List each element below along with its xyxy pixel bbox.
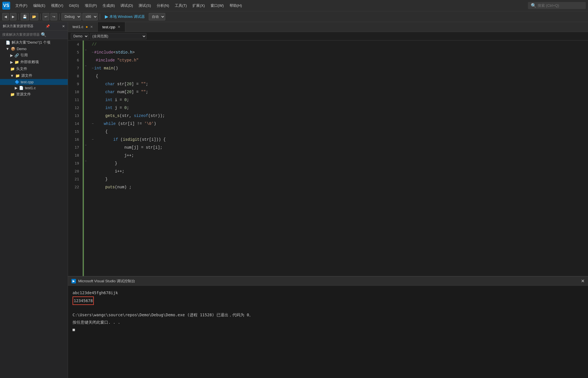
sidebar-item-references[interactable]: ▶ 🔗 引用 [0,52,68,59]
run-icon: ▶ [105,14,108,19]
console-output-1: abc123de45fgh678ijk [73,291,118,295]
console-area: ▶ Microsoft Visual Studio 调试控制台 ✕ abc123… [68,276,588,378]
menu-analyze[interactable]: 分析(N) [154,2,172,9]
search-input[interactable] [538,3,583,8]
fold-line16[interactable]: − [84,159,88,163]
editor-with-console: test1.c ● ✕ test.cpp ✕ Demo [68,22,588,378]
menu-edit[interactable]: 编辑(E) [30,2,48,9]
references-label: 引用 [20,53,28,58]
fold-16-icon[interactable]: − [92,136,94,144]
sidebar-item-sources[interactable]: ▼ 📁 源文件 [0,72,68,79]
ln-7: 7 [68,64,82,72]
fold-5-icon[interactable]: − [92,48,94,56]
sidebar-item-demo-project[interactable]: ▼ 📦 Demo [0,46,68,52]
breadcrumb-scope-select[interactable]: Demo [71,33,89,39]
code-line-19: } [92,159,585,167]
editor-top: test1.c ● ✕ test.cpp ✕ Demo [68,22,588,276]
redo-button[interactable]: ↪ [50,13,57,20]
sidebar-item-testcpp[interactable]: 🔷 test.cpp [0,79,68,85]
back-button[interactable]: ◀ [2,13,9,20]
project-icon: 📦 [11,47,15,51]
forward-button[interactable]: ▶ [10,13,16,20]
code-line-4: // [92,40,585,48]
fold-line5[interactable]: − [84,48,88,52]
code-area: test1.c ● ✕ test.cpp ✕ Demo [68,22,588,378]
test1c-icon: 📄 [19,86,24,90]
platform-select[interactable]: x86 [82,13,98,20]
console-content: abc123de45fgh678ijk 12345678 C:\Users\wa… [68,286,588,378]
code-content[interactable]: // − #include<stdio.h> #include "ctype.h… [89,40,588,276]
fold-14-icon[interactable]: − [92,120,94,128]
toolbar-sep-4 [100,14,100,20]
sidebar-item-external-deps[interactable]: ▶ 📁 外部依赖项 [0,59,68,65]
menu-help[interactable]: 帮助(H) [227,2,245,9]
console-close-btn[interactable]: ✕ [581,278,585,284]
sidebar-pin-icon[interactable]: 📌 [46,24,50,28]
menu-build[interactable]: 生成(B) [100,2,118,9]
code-line-7: − int main() [92,64,585,72]
sidebar-item-solution[interactable]: 📄 解决方案"Demo"(1 个项 [0,39,68,46]
gutter-green-bar [83,40,84,276]
run-button[interactable]: ▶ 本地 Windows 调试器 [102,13,148,20]
search-icon: 🔍 [531,3,536,8]
menu-view[interactable]: 视图(V) [48,2,66,9]
console-title: Microsoft Visual Studio 调试控制台 [78,279,135,284]
menu-window[interactable]: 窗口(W) [208,2,227,9]
ln-13: 13 [68,112,82,120]
menu-file[interactable]: 文件(F) [12,2,30,9]
sidebar-item-test1c[interactable]: ▶ 📄 test1.c [0,85,68,91]
references-expand-icon: ▶ [10,53,13,57]
save-button[interactable]: 💾 [21,13,29,20]
toolbar-sep-3 [59,14,60,20]
ln-8: 8 [68,72,82,80]
menu-test[interactable]: 测试(S) [136,2,154,9]
fold-7-icon[interactable]: − [92,64,94,72]
sidebar-title: 解决方案资源管理器 [3,24,33,29]
ln-6: 6 [68,56,82,64]
config-select[interactable]: Debug [61,13,81,20]
tab-test1c-close[interactable]: ✕ [90,25,93,29]
ln-22: 22 [68,183,82,191]
console-titlebar: ▶ Microsoft Visual Studio 调试控制台 ✕ [68,277,588,286]
ln-9: 9 [68,80,82,88]
sidebar-close-icon[interactable]: ✕ [62,24,65,28]
menu-search-box[interactable]: 🔍 [528,2,586,9]
console-cursor-line: ■ [73,326,583,333]
console-vs-icon: ▶ [71,279,76,283]
console-line-1: abc123de45fgh678ijk [73,289,583,296]
sidebar-search-icon[interactable]: 🔍 [41,32,46,37]
sidebar-item-headers[interactable]: 📁 头文件 [0,65,68,72]
resources-icon: 📁 [10,92,15,97]
menu-debug[interactable]: 调试(D) [118,2,136,9]
tab-test1c-modified-icon: ● [86,25,88,29]
gutter: − − − − [83,40,89,276]
menu-project[interactable]: 项目(P) [82,2,100,9]
toolbar-sep-2 [40,14,41,20]
tab-testcpp-close[interactable]: ✕ [118,25,120,29]
menu-git[interactable]: Git(G) [66,2,82,9]
fold-line14[interactable]: − [84,144,88,147]
breadcrumb-range-select[interactable]: (全局范围) [90,33,147,39]
run-mode-select[interactable]: 自动 [149,13,165,20]
menu-extensions[interactable]: 扩展(X) [190,2,207,9]
test1c-label: test1.c [25,86,36,90]
ln-4: 4 [68,40,82,48]
ext-deps-icon: 📁 [14,60,19,64]
sidebar: 解决方案资源管理器 📌 ✕ 搜索解决方案资源管理器 🔍 📄 解决方案"Demo"… [0,22,68,378]
menu-tools[interactable]: 工具(T) [172,2,190,9]
tab-testcpp[interactable]: test.cpp ✕ [98,22,125,32]
undo-button[interactable]: ↩ [43,13,49,20]
ln-10: 10 [68,88,82,96]
fold-line7[interactable]: − [84,64,88,67]
sidebar-search-label: 搜索解决方案资源管理器 [2,32,40,37]
tab-test1c[interactable]: test1.c ● ✕ [68,22,98,32]
console-blank-line [73,304,583,311]
run-label: 本地 Windows 调试器 [109,14,145,19]
code-line-6: #include "ctype.h" [92,56,585,64]
code-line-16: − if (isdigit(str[i])) { [92,136,585,144]
open-button[interactable]: 📂 [30,13,38,20]
app-logo: VS [2,2,10,10]
line-numbers: 4 5 6 7 8 9 10 11 12 13 14 15 16 [68,40,83,276]
headers-icon: 📁 [10,67,15,71]
sidebar-item-resources[interactable]: 📁 资源文件 [0,91,68,98]
